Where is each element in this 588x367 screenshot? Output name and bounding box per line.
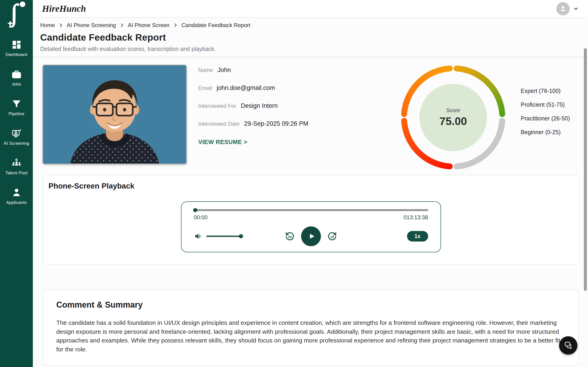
summary-section: Comment & Summary The candidate has a so… xyxy=(43,290,579,366)
volume-icon[interactable] xyxy=(194,232,203,241)
breadcrumb-chevron-icon xyxy=(120,23,124,28)
applicants-icon xyxy=(11,187,22,198)
user-menu[interactable] xyxy=(556,2,579,15)
legend-practitioner: Practitioner (26-50) xyxy=(521,115,575,122)
chat-widget-button[interactable] xyxy=(559,336,578,355)
hirehunch-logo-icon[interactable]: ∫ xyxy=(6,3,27,24)
chevron-down-icon[interactable] xyxy=(573,6,579,12)
sidebar-item-talent-pool[interactable]: Talent Pool xyxy=(4,158,29,175)
sidebar-item-label: AI Screening xyxy=(4,141,29,146)
email-value: john.doe@gmail.com xyxy=(216,84,275,92)
interviewed-for-value: Design Intern xyxy=(241,102,278,109)
breadcrumb-ai-phone-screening[interactable]: AI Phone Screening xyxy=(67,22,116,28)
briefcase-icon xyxy=(11,69,22,80)
candidate-name-row: Name John xyxy=(198,67,308,74)
score-gauge-block: Score 75.00 Expert (76-100) Proficient (… xyxy=(393,58,575,177)
app-window: ∫ Dashboard Jobs P xyxy=(0,0,588,367)
volume-knob[interactable] xyxy=(239,234,243,238)
sidebar: ∫ Dashboard Jobs P xyxy=(0,0,33,367)
summary-title: Comment & Summary xyxy=(56,300,565,310)
funnel-icon xyxy=(11,99,22,109)
summary-body: The candidate has a solid foundation in … xyxy=(56,318,565,354)
sidebar-item-label: Talent Pool xyxy=(5,170,27,175)
volume-slider[interactable] xyxy=(206,235,243,237)
total-duration: 013:13:38 xyxy=(404,214,428,221)
breadcrumb: Home AI Phone Screening AI Phone Screen … xyxy=(40,22,579,28)
breadcrumb-home[interactable]: Home xyxy=(40,22,55,28)
user-icon xyxy=(559,5,567,13)
sidebar-nav: Dashboard Jobs Pipeline xyxy=(4,40,29,205)
playback-title: Phone-Screen Playback xyxy=(48,182,578,190)
ai-screening-icon xyxy=(11,128,22,139)
page-subtitle: Detailed feedback with evaluation scores… xyxy=(40,46,579,52)
candidate-date-row: Interviewed Date 29-Sep-2025 09:26 PM xyxy=(198,120,308,127)
candidate-email-row: Email john.doe@gmail.com xyxy=(198,84,308,92)
sidebar-item-label: Jobs xyxy=(12,82,21,87)
player-controls: 10 10 1x xyxy=(194,226,428,246)
section-divider xyxy=(33,57,588,57)
avatar[interactable] xyxy=(556,2,570,15)
score-gauge: Score 75.00 xyxy=(393,58,513,177)
main-content: Home AI Phone Screening AI Phone Screen … xyxy=(33,17,588,367)
time-row: 00:00 013:13:38 xyxy=(194,214,428,221)
candidate-role-row: Interviewed For Design Intern xyxy=(198,102,308,109)
elapsed-time: 00:00 xyxy=(194,214,208,221)
transport-controls: 10 10 xyxy=(285,226,337,246)
sidebar-item-label: Applicants xyxy=(6,200,27,205)
sidebar-item-applicants[interactable]: Applicants xyxy=(4,187,29,205)
gauge-arcs xyxy=(393,58,513,177)
page-title: Candidate Feedback Report xyxy=(40,32,579,43)
candidate-portrait-illustration xyxy=(43,65,186,164)
legend-expert: Expert (76-100) xyxy=(521,88,575,94)
seek-handle[interactable] xyxy=(193,208,197,212)
candidate-info: Name John Email john.doe@gmail.com Inter… xyxy=(198,67,308,146)
talent-pool-icon xyxy=(11,158,22,168)
play-icon xyxy=(307,232,316,241)
top-header: HireHunch xyxy=(33,0,588,17)
email-label: Email xyxy=(198,85,212,91)
breadcrumb-chevron-icon xyxy=(58,23,63,28)
playback-speed-button[interactable]: 1x xyxy=(407,231,428,242)
page-scrollbar[interactable] xyxy=(584,48,587,291)
breadcrumb-chevron-icon xyxy=(173,23,178,28)
dashboard-icon xyxy=(11,40,22,50)
audio-player: 00:00 013:13:38 xyxy=(181,201,441,252)
chat-icon xyxy=(564,341,573,350)
view-resume-link[interactable]: VIEW RESUME > xyxy=(198,139,308,146)
candidate-section: Name John Email john.doe@gmail.com Inter… xyxy=(43,65,579,164)
sidebar-item-jobs[interactable]: Jobs xyxy=(4,69,29,87)
forward-10-icon[interactable]: 10 xyxy=(327,231,337,242)
volume-control xyxy=(194,232,243,241)
rewind-10-icon[interactable]: 10 xyxy=(285,231,295,242)
brand-title: HireHunch xyxy=(42,3,86,14)
interviewed-date-label: Interviewed Date xyxy=(198,121,240,127)
svg-text:10: 10 xyxy=(288,235,292,239)
legend-proficient: Proficient (51-75) xyxy=(521,101,575,108)
breadcrumb-current: Candidate Feedback Report xyxy=(182,22,250,28)
sidebar-item-label: Pipeline xyxy=(9,111,24,116)
volume-fill xyxy=(206,236,241,237)
seek-bar[interactable] xyxy=(194,209,428,211)
interviewed-date-value: 29-Sep-2025 09:26 PM xyxy=(244,120,308,127)
interviewed-for-label: Interviewed For xyxy=(198,103,236,109)
hunch-logo-glyph: ∫ xyxy=(6,0,27,27)
sidebar-item-label: Dashboard xyxy=(6,52,27,57)
score-legend: Expert (76-100) Proficient (51-75) Pract… xyxy=(521,88,575,135)
svg-text:10: 10 xyxy=(330,235,334,239)
play-button[interactable] xyxy=(301,226,321,246)
sidebar-item-pipeline[interactable]: Pipeline xyxy=(4,99,29,116)
playback-section: Phone-Screen Playback 00:00 013:13:38 xyxy=(43,175,579,265)
breadcrumb-ai-phone-screen[interactable]: AI Phone Screen xyxy=(128,22,170,28)
candidate-photo xyxy=(43,65,187,164)
sidebar-item-dashboard[interactable]: Dashboard xyxy=(4,40,29,57)
sidebar-item-ai-screening[interactable]: AI Screening xyxy=(4,128,29,146)
legend-beginner: Beginner (0-25) xyxy=(521,129,575,135)
name-label: Name xyxy=(198,67,213,73)
name-value: John xyxy=(217,67,231,74)
